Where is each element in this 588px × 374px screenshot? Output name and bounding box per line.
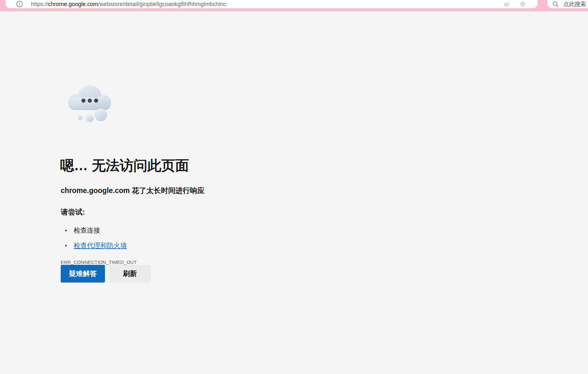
address-bar[interactable]: https://chrome.google.com/webstore/detai… <box>6 0 537 8</box>
cloud-snow-illustration <box>66 84 114 123</box>
browser-window: https://chrome.google.com/webstore/detai… <box>0 0 588 374</box>
bullet-dot <box>65 230 67 231</box>
suggestion-label: 检查连接 <box>74 226 100 235</box>
bullet-dot <box>65 245 67 246</box>
proxy-firewall-link[interactable]: 检查代理和防火墙 <box>74 241 127 250</box>
error-subtitle: chrome.google.com 花了太长时间进行响应 <box>61 186 205 196</box>
url-scheme: https:// <box>31 1 48 7</box>
refresh-button[interactable]: 刷新 <box>109 265 151 283</box>
suggestions-list: 检查连接 检查代理和防火墙 <box>61 223 127 253</box>
copilot-swirl-icon[interactable] <box>503 1 510 8</box>
site-info-icon[interactable] <box>16 0 23 8</box>
url-text[interactable]: https://chrome.google.com/webstore/detai… <box>31 1 503 8</box>
search-icon <box>552 1 559 8</box>
error-title: 嗯… 无法访问此页面 <box>60 158 189 174</box>
error-actions: 疑难解答 刷新 <box>61 265 151 283</box>
suggestions-heading: 请尝试: <box>61 208 85 217</box>
search-placeholder: 点此搜索 <box>563 0 586 8</box>
suggestion-check-connection: 检查连接 <box>61 223 127 238</box>
suggestion-check-proxy-firewall: 检查代理和防火墙 <box>61 238 127 253</box>
url-path: /webstore/detail/ginpbkfigcoaokgflihfhhm… <box>98 1 226 7</box>
troubleshoot-button[interactable]: 疑难解答 <box>61 265 105 283</box>
search-box[interactable]: 点此搜索 <box>548 0 588 8</box>
error-code: ERR_CONNECTION_TIMED_OUT <box>61 259 137 265</box>
favorite-star-icon[interactable]: ☆ <box>519 0 526 8</box>
error-page: 嗯… 无法访问此页面 chrome.google.com 花了太长时间进行响应 … <box>0 11 588 374</box>
url-domain: chrome.google.com <box>48 1 98 7</box>
browser-topbar: https://chrome.google.com/webstore/detai… <box>0 0 588 11</box>
